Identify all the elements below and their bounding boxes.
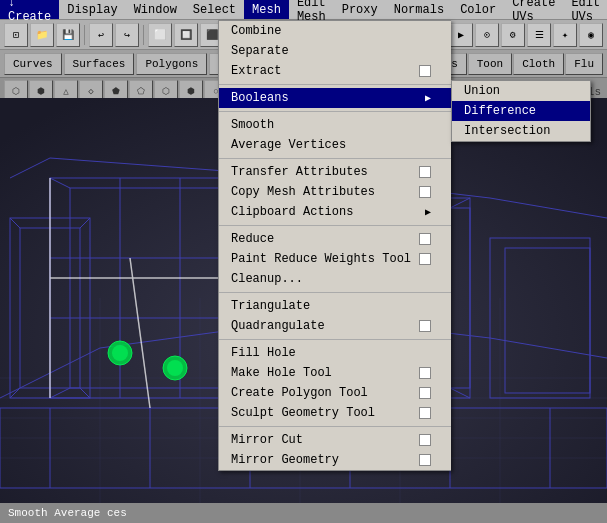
paint-reduce-option-box[interactable]	[419, 253, 431, 265]
shelf-tab-polygons[interactable]: Polygons	[136, 53, 207, 75]
menu-item-paint-reduce-weights[interactable]: Paint Reduce Weights Tool	[219, 249, 451, 269]
booleans-submenu: Union Difference Intersection	[451, 80, 591, 142]
menu-item-booleans[interactable]: Booleans ▶	[219, 88, 451, 108]
status-text: Smooth Average ces	[8, 507, 127, 519]
menu-edit-uvs[interactable]: Edit UVs	[563, 0, 607, 19]
toolbar-btn-render3[interactable]: ⚙	[501, 23, 525, 47]
reduce-option-box[interactable]	[419, 233, 431, 245]
quad-option-box[interactable]	[419, 320, 431, 332]
menu-sep-4	[219, 225, 451, 226]
sculpt-option-box[interactable]	[419, 407, 431, 419]
statusbar-bottom: Smooth Average ces	[0, 503, 607, 523]
menu-sep-6	[219, 339, 451, 340]
toolbar-btn-6[interactable]: ⬜	[148, 23, 172, 47]
menu-item-average-vertices[interactable]: Average Vertices	[219, 135, 451, 155]
menu-item-fill-hole[interactable]: Fill Hole	[219, 343, 451, 363]
menu-item-create-polygon-tool[interactable]: Create Polygon Tool	[219, 383, 451, 403]
menu-select[interactable]: Select	[185, 0, 244, 19]
booleans-arrow-icon: ▶	[425, 92, 431, 104]
make-hole-option-box[interactable]	[419, 367, 431, 379]
menubar: ↓ Create Display Window Select Mesh Edit…	[0, 0, 607, 20]
menu-sep-3	[219, 158, 451, 159]
menu-item-clipboard-actions[interactable]: Clipboard Actions ▶	[219, 202, 451, 222]
menu-create-uvs[interactable]: Create UVs	[504, 0, 563, 19]
menu-item-sculpt-geometry-tool[interactable]: Sculpt Geometry Tool	[219, 403, 451, 423]
menu-edit-mesh[interactable]: Edit Mesh	[289, 0, 334, 19]
toolbar-btn-1[interactable]: ⊡	[4, 23, 28, 47]
toolbar-btn-render6[interactable]: ◉	[579, 23, 603, 47]
copy-option-box[interactable]	[419, 186, 431, 198]
submenu-item-difference[interactable]: Difference	[452, 101, 590, 121]
shelf-tab-flu[interactable]: Flu	[565, 53, 603, 75]
toolbar-btn-render1[interactable]: ▶	[449, 23, 473, 47]
clipboard-arrow-icon: ▶	[425, 206, 431, 218]
menu-proxy[interactable]: Proxy	[334, 0, 386, 19]
create-polygon-option-box[interactable]	[419, 387, 431, 399]
shelf-tab-cloth[interactable]: Cloth	[513, 53, 564, 75]
menu-item-mirror-cut[interactable]: Mirror Cut	[219, 430, 451, 450]
menu-window[interactable]: Window	[126, 0, 185, 19]
menu-sep-5	[219, 292, 451, 293]
menu-item-quadrangulate[interactable]: Quadrangulate	[219, 316, 451, 336]
menu-item-reduce[interactable]: Reduce	[219, 229, 451, 249]
menu-item-cleanup[interactable]: Cleanup...	[219, 269, 451, 289]
toolbar-btn-7[interactable]: 🔲	[174, 23, 198, 47]
toolbar-btn-render5[interactable]: ✦	[553, 23, 577, 47]
menu-item-triangulate[interactable]: Triangulate	[219, 296, 451, 316]
menu-item-make-hole-tool[interactable]: Make Hole Tool	[219, 363, 451, 383]
mesh-dropdown-menu: Combine Separate Extract Booleans ▶ Smoo…	[218, 20, 451, 471]
menu-item-mirror-geometry[interactable]: Mirror Geometry	[219, 450, 451, 470]
mirror-geometry-option-box[interactable]	[419, 454, 431, 466]
shelf-tab-surfaces[interactable]: Surfaces	[64, 53, 135, 75]
toolbar-sep-2	[143, 25, 144, 45]
toolbar-btn-5[interactable]: ↪	[115, 23, 139, 47]
menu-mesh[interactable]: Mesh	[244, 0, 289, 19]
extract-option-box[interactable]	[419, 65, 431, 77]
toolbar-btn-2[interactable]: 📁	[30, 23, 54, 47]
menu-item-transfer-attributes[interactable]: Transfer Attributes	[219, 162, 451, 182]
toolbar-btn-render4[interactable]: ☰	[527, 23, 551, 47]
toolbar-btn-render2[interactable]: ⊙	[475, 23, 499, 47]
toolbar-sep-1	[84, 25, 85, 45]
mirror-cut-option-box[interactable]	[419, 434, 431, 446]
shelf-tab-toon[interactable]: Toon	[468, 53, 512, 75]
menu-item-smooth[interactable]: Smooth	[219, 115, 451, 135]
svg-point-58	[167, 360, 183, 376]
menu-sep-1	[219, 84, 451, 85]
shelf-tab-curves[interactable]: Curves	[4, 53, 62, 75]
menu-item-extract[interactable]: Extract	[219, 61, 451, 81]
toolbar-btn-4[interactable]: ↩	[89, 23, 113, 47]
submenu-item-intersection[interactable]: Intersection	[452, 121, 590, 141]
menu-create[interactable]: ↓ Create	[0, 0, 59, 19]
menu-color[interactable]: Color	[452, 0, 504, 19]
submenu-item-union[interactable]: Union	[452, 81, 590, 101]
svg-point-56	[112, 345, 128, 361]
menu-item-separate[interactable]: Separate	[219, 41, 451, 61]
transfer-option-box[interactable]	[419, 166, 431, 178]
menu-sep-2	[219, 111, 451, 112]
dropdown-container: Combine Separate Extract Booleans ▶ Smoo…	[218, 20, 451, 471]
menu-display[interactable]: Display	[59, 0, 125, 19]
menu-item-copy-mesh-attributes[interactable]: Copy Mesh Attributes	[219, 182, 451, 202]
toolbar-btn-3[interactable]: 💾	[56, 23, 80, 47]
menu-sep-7	[219, 426, 451, 427]
menu-item-combine[interactable]: Combine	[219, 21, 451, 41]
menu-normals[interactable]: Normals	[386, 0, 452, 19]
